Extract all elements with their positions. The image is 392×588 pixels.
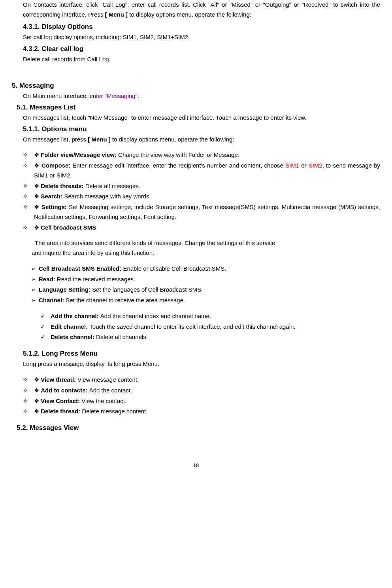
sim1-text: SIM1 bbox=[285, 162, 299, 169]
check-icon: ✓ bbox=[40, 311, 45, 321]
text: Change the view way with Folder or Messa… bbox=[118, 151, 239, 158]
label: Channel: bbox=[39, 297, 66, 303]
text: Enable or Disable Cell Broadcast SMS. bbox=[123, 265, 226, 272]
diamond-icon: ✧ bbox=[23, 386, 28, 396]
list-item: ✧ Delete thread: Delete message content. bbox=[23, 407, 380, 416]
body-5-1-2: Long press a message, display its long p… bbox=[23, 359, 380, 369]
label: View Contact: bbox=[41, 398, 81, 404]
list-item: ✓ Add the channel: Add the channel index… bbox=[40, 311, 380, 321]
text: Touch the saved channel to enter its edi… bbox=[89, 323, 295, 330]
diamond-icon: ✧ bbox=[23, 192, 28, 202]
list-item: ✧ View thread: View message content. bbox=[23, 375, 380, 385]
text: Delete all channels. bbox=[96, 334, 148, 340]
diamond-icon: ✧ bbox=[23, 223, 28, 233]
heading-4-3-2: 4.3.2. Clear call log bbox=[23, 43, 380, 55]
text: Add the channel index and channel name. bbox=[100, 313, 211, 319]
diamond-icon: ✧ bbox=[23, 161, 28, 171]
menu-key: [ Menu ] bbox=[105, 11, 128, 18]
label: Delete threads: bbox=[41, 183, 85, 189]
heading-5-2: 5.2. Messages View bbox=[17, 422, 380, 433]
check-icon: ✓ bbox=[40, 332, 45, 342]
arrow-icon: ➢ bbox=[31, 264, 36, 274]
cbs-description-2: and inquire the area info by using this … bbox=[32, 248, 380, 258]
list-item: ✧ Cell broadcast SMS bbox=[23, 223, 380, 233]
document-page: On Contacts interface, click "Call Log",… bbox=[0, 0, 392, 470]
long-press-list: ✧ View thread: View message content. ✧ A… bbox=[23, 375, 380, 416]
text: to display options menu, operate the fol… bbox=[111, 136, 234, 143]
label: Add to contacts: bbox=[41, 387, 89, 394]
heading-4-3-1: 4.3.1. Display Options bbox=[23, 21, 380, 32]
label: Language Setting: bbox=[39, 286, 92, 293]
label: Delete channel: bbox=[51, 334, 96, 340]
text: Delete all messages. bbox=[85, 183, 140, 189]
page-number: 18 bbox=[12, 461, 380, 469]
diamond-icon: ✧ bbox=[23, 396, 28, 406]
diamond-icon: ✧ bbox=[23, 375, 28, 385]
text: Search message with key words. bbox=[64, 193, 151, 200]
list-item: ✧ Folder view/Message view: Change the v… bbox=[23, 150, 380, 160]
text: or bbox=[299, 162, 309, 169]
label: Add the channel: bbox=[51, 313, 100, 319]
list-item: ✧ Delete threads: Delete all messages. bbox=[23, 181, 380, 191]
list-item: ➢ Cell Broadcast SMS Enabled: Enable or … bbox=[31, 264, 380, 274]
label: Settings: bbox=[41, 204, 69, 210]
label: View thread: bbox=[41, 376, 77, 383]
label: Cell Broadcast SMS Enabled: bbox=[39, 265, 123, 272]
list-item: ✧ Search: Search message with key words. bbox=[23, 192, 380, 202]
label: Read: bbox=[39, 276, 57, 283]
body-5-1: On messages list, touch "New Message" to… bbox=[23, 113, 380, 123]
list-item: ✧ Settings: Set Messaging settings, incl… bbox=[23, 202, 380, 222]
list-item: ➢ Language Setting: Set the languages of… bbox=[31, 285, 380, 295]
label: Delete thread: bbox=[41, 408, 82, 415]
heading-5-1-2: 5.1.2. Long Press Menu bbox=[23, 348, 380, 359]
text-purple: nter "Messaging". bbox=[93, 92, 139, 99]
text: On Main menu interface, e bbox=[23, 92, 93, 99]
text: Set Messaging settings, include Storage … bbox=[34, 204, 380, 220]
diamond-icon: ✧ bbox=[23, 150, 28, 160]
intro-paragraph: On Contacts interface, click "Call Log",… bbox=[23, 0, 380, 20]
label: Edit channel: bbox=[51, 323, 89, 330]
list-item: ✓ Edit channel: Touch the saved channel … bbox=[40, 322, 380, 332]
cbs-sublist: ➢ Cell Broadcast SMS Enabled: Enable or … bbox=[31, 264, 380, 305]
text: View the contact. bbox=[81, 398, 126, 404]
sim2-text: SIM2 bbox=[309, 162, 322, 169]
text: Add the contact. bbox=[89, 387, 132, 394]
text: Enter message edit interface, enter the … bbox=[73, 162, 286, 169]
diamond-icon: ✧ bbox=[23, 202, 28, 212]
list-item: ➢ Read: Read the received messages. bbox=[31, 275, 380, 285]
text: Set the languages of Cell Broadcast SMS. bbox=[92, 286, 203, 293]
arrow-icon: ➢ bbox=[31, 285, 36, 295]
heading-5: 5. Messaging bbox=[12, 80, 380, 91]
list-item: ➢ Channel: Set the channel to receive th… bbox=[31, 296, 380, 305]
text: View message content. bbox=[77, 376, 139, 383]
options-list: ✧ Folder view/Message view: Change the v… bbox=[23, 150, 380, 232]
list-item: ✧ View Contact: View the contact. bbox=[23, 396, 380, 406]
text: Read the received messages. bbox=[57, 276, 135, 283]
list-item: ✧ Add to contacts: Add the contact. bbox=[23, 386, 380, 396]
diamond-icon: ✧ bbox=[23, 407, 28, 416]
body-5: On Main menu interface, enter "Messaging… bbox=[23, 91, 380, 101]
label: Folder view/Message view: bbox=[41, 151, 118, 158]
list-item: ✓ Delete channel: Delete all channels. bbox=[40, 332, 380, 342]
arrow-icon: ➢ bbox=[31, 296, 36, 305]
body-4-3-2: Delete call records from Call Log. bbox=[23, 55, 380, 64]
label: Search: bbox=[41, 193, 64, 200]
text: Set the channel to receive the area mess… bbox=[66, 297, 185, 303]
body-4-3-1: Set call log display options, including:… bbox=[23, 32, 380, 42]
diamond-icon: ✧ bbox=[23, 181, 28, 191]
channel-sublist: ✓ Add the channel: Add the channel index… bbox=[40, 311, 380, 342]
body-5-1-1: On messages list, press [ Menu ] to disp… bbox=[23, 135, 380, 145]
cbs-description: The area info services send different ki… bbox=[35, 238, 380, 248]
text: Delete message content. bbox=[82, 408, 147, 415]
label: Cell broadcast SMS bbox=[41, 224, 96, 231]
text: On messages list, press bbox=[23, 136, 88, 143]
text: to display options menu, operate the fol… bbox=[128, 11, 251, 18]
list-item: ✧ Compose: Enter message edit interface,… bbox=[23, 161, 380, 181]
check-icon: ✓ bbox=[40, 322, 45, 332]
heading-5-1: 5.1. Messages List bbox=[17, 102, 380, 113]
heading-5-1-1: 5.1.1. Options menu bbox=[23, 124, 380, 135]
arrow-icon: ➢ bbox=[31, 275, 36, 285]
menu-key: [ Menu ] bbox=[88, 136, 111, 143]
label: Compose: bbox=[41, 162, 72, 169]
